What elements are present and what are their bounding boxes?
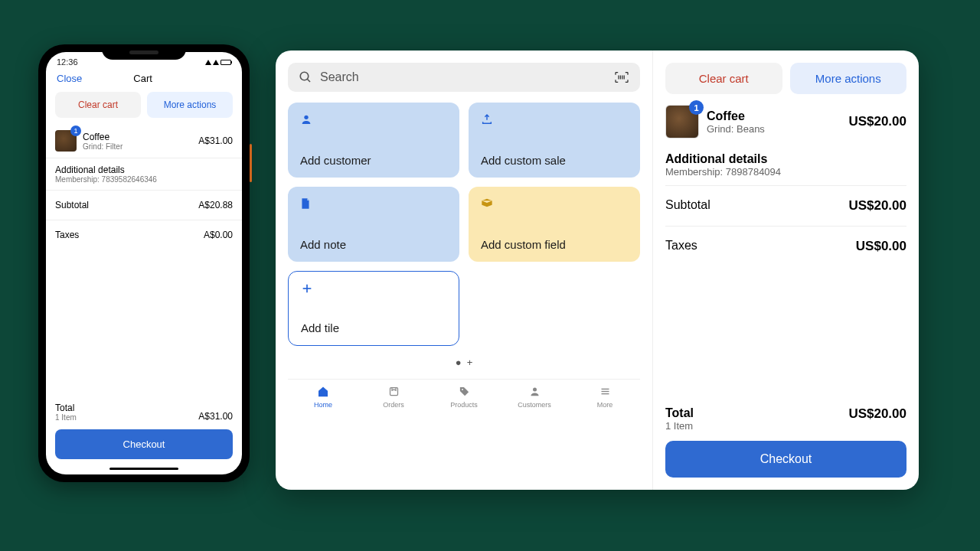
item-price: A$31.00 (198, 135, 233, 146)
search-bar[interactable]: Search (288, 63, 640, 92)
note-icon (300, 197, 447, 213)
subtotal-row: Subtotal US$20.00 (665, 185, 906, 226)
membership-value: Membership: 7898784094 (665, 166, 906, 178)
details-title: Additional details (55, 165, 233, 175)
barcode-icon[interactable] (614, 71, 629, 83)
tile-grid: Add customer Add custom sale Add note Ad… (288, 103, 640, 346)
item-variant: Grind: Beans (707, 123, 841, 135)
svg-point-10 (462, 389, 463, 390)
status-icons (205, 60, 231, 65)
cart-actions: Clear cart More actions (665, 63, 906, 94)
taxes-row: Taxes A$0.00 (46, 220, 242, 249)
status-time: 12:36 (57, 57, 78, 67)
cart-line-item[interactable]: 1 Coffee Grind: Beans US$20.00 (665, 94, 906, 148)
nav-products[interactable]: Products (429, 380, 499, 413)
nav-orders[interactable]: Orders (358, 380, 429, 413)
tile-label: Add custom field (481, 238, 628, 251)
taxes-value: US$0.00 (856, 239, 906, 254)
taxes-row: Taxes US$0.00 (665, 226, 906, 266)
page-title: Cart (133, 73, 152, 84)
close-button[interactable]: Close (57, 73, 82, 84)
item-name: Coffee (83, 132, 192, 142)
subtotal-row: Subtotal A$20.88 (46, 190, 242, 220)
tablet-panel: Search Add customer Add custom sale (276, 51, 919, 490)
cart-line-item[interactable]: 1 Coffee Grind: Filter A$31.00 (46, 126, 242, 158)
upload-icon (481, 113, 628, 129)
nav-label: More (597, 401, 613, 409)
page-indicator: ● + (288, 346, 640, 379)
battery-icon (220, 60, 231, 65)
tile-label: Add tile (301, 321, 446, 334)
total-label: Total (665, 406, 694, 420)
bottom-nav: Home Orders Products Customers (288, 379, 640, 413)
taxes-label: Taxes (665, 239, 697, 254)
nav-bar: Close Cart (46, 68, 242, 92)
nav-label: Orders (383, 401, 404, 409)
orders-icon (358, 386, 429, 399)
cart-footer: Total 1 Item US$20.00 Checkout (665, 402, 906, 478)
phone-mockup: 12:36 Close Cart Clear cart More actions… (38, 44, 250, 482)
taxes-value: A$0.00 (204, 230, 233, 240)
cart-column: Clear cart More actions 1 Coffee Grind: … (652, 51, 919, 490)
checkout-button[interactable]: Checkout (55, 429, 233, 459)
phone-power-button (250, 144, 252, 182)
item-price: US$20.00 (848, 114, 906, 129)
total-value: A$31.00 (198, 411, 233, 422)
box-icon (481, 197, 628, 211)
checkout-button[interactable]: Checkout (665, 441, 906, 478)
nav-customers[interactable]: Customers (499, 380, 570, 413)
cart-actions: Clear cart More actions (46, 92, 242, 126)
product-thumb: 1 (665, 105, 699, 139)
clear-cart-button[interactable]: Clear cart (665, 63, 782, 94)
tile-label: Add note (300, 238, 447, 251)
phone-speaker (129, 51, 158, 54)
clear-cart-button[interactable]: Clear cart (55, 92, 141, 118)
svg-rect-9 (390, 388, 397, 396)
menu-icon (570, 386, 640, 399)
qty-badge: 1 (70, 126, 81, 136)
search-placeholder: Search (320, 70, 359, 84)
add-tile-button[interactable]: Add tile (288, 271, 459, 346)
nav-label: Products (450, 401, 478, 409)
phone-screen: 12:36 Close Cart Clear cart More actions… (46, 52, 242, 474)
additional-details[interactable]: Additional details Membership: 783958264… (46, 158, 242, 190)
more-actions-button[interactable]: More actions (790, 63, 907, 94)
item-variant: Grind: Filter (83, 142, 192, 151)
tile-label: Add custom sale (481, 154, 628, 167)
details-title: Additional details (665, 152, 906, 166)
taxes-label: Taxes (55, 230, 79, 240)
total-row: Total 1 Item A$31.00 (55, 403, 233, 422)
additional-details[interactable]: Additional details Membership: 789878409… (665, 148, 906, 185)
wifi-icon (213, 60, 219, 65)
total-label: Total (55, 403, 77, 413)
add-custom-field-tile[interactable]: Add custom field (469, 187, 640, 262)
nav-more[interactable]: More (570, 380, 640, 413)
svg-point-0 (300, 72, 309, 80)
qty-badge: 1 (689, 100, 704, 115)
tile-label: Add customer (300, 154, 447, 167)
nav-label: Home (314, 401, 332, 409)
add-note-tile[interactable]: Add note (288, 187, 459, 262)
membership-value: Membership: 7839582646346 (55, 175, 233, 184)
person-icon (300, 113, 447, 129)
customers-icon (499, 386, 570, 399)
svg-point-6 (304, 116, 308, 119)
signal-icon (205, 60, 211, 65)
main-area: Search Add customer Add custom sale (276, 51, 652, 490)
subtotal-value: US$20.00 (848, 198, 906, 214)
svg-point-11 (533, 388, 537, 392)
add-custom-sale-tile[interactable]: Add custom sale (469, 103, 640, 178)
total-row: Total 1 Item US$20.00 (665, 402, 906, 441)
add-customer-tile[interactable]: Add customer (288, 103, 459, 178)
cart-footer: Total 1 Item A$31.00 Checkout (46, 395, 242, 474)
tag-icon (429, 386, 499, 399)
search-icon (299, 70, 312, 84)
nav-label: Customers (518, 401, 551, 409)
nav-home[interactable]: Home (288, 380, 358, 413)
home-icon (288, 386, 358, 399)
product-thumb: 1 (55, 130, 77, 152)
subtotal-value: A$20.88 (198, 200, 233, 210)
total-value: US$20.00 (848, 406, 906, 422)
subtotal-label: Subtotal (55, 200, 89, 210)
more-actions-button[interactable]: More actions (147, 92, 233, 118)
